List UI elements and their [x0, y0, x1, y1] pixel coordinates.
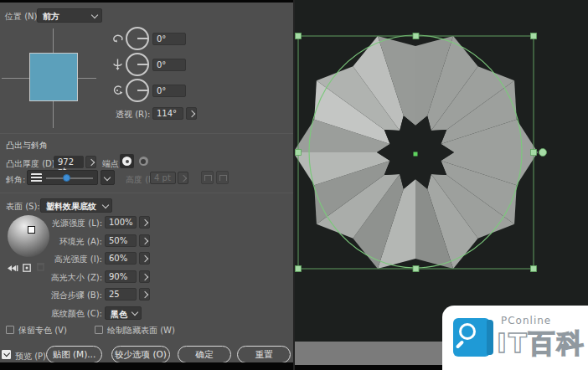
rotate-x-input[interactable]: 0°: [152, 33, 186, 45]
shade-color-label: 底纹颜色 (C):: [25, 308, 102, 320]
magnifier-handle-icon: [456, 340, 465, 349]
position-label: 位置 (N):: [5, 11, 40, 23]
selection-handle[interactable]: [413, 266, 419, 272]
ambient-light-input[interactable]: 50%: [105, 234, 137, 247]
rotate-x-icon: [111, 33, 124, 44]
selection-handle[interactable]: [531, 266, 537, 272]
bevel-extent-out-button: [201, 171, 214, 184]
surface-dropdown[interactable]: 塑料效果底纹: [40, 198, 112, 213]
draw-hidden-label: 绘制隐藏表面 (W): [107, 325, 175, 337]
rotate-z-icon: [111, 85, 124, 96]
surface-value: 塑料效果底纹: [46, 202, 96, 211]
extrude-bevel-dialog: 位置 (N): 前方 0° 0° 0° 透视 (R): 114° 凸出: [0, 0, 295, 370]
position-dropdown[interactable]: 前方: [37, 8, 102, 23]
bevel-dropdown-button[interactable]: [101, 170, 115, 185]
extrude-depth-label: 凸出厚度 (D):: [6, 158, 58, 170]
blend-steps-stepper-icon[interactable]: [139, 288, 150, 301]
watermark-brand-small: PConline: [501, 315, 551, 326]
chevron-down-icon: [102, 202, 109, 208]
selection-handle[interactable]: [296, 150, 302, 156]
fewer-options-button[interactable]: 较少选项 (O): [111, 346, 170, 363]
highlight-intensity-input[interactable]: 60%: [105, 252, 137, 265]
dial-pointer: [137, 64, 147, 65]
selection-handle[interactable]: [296, 266, 302, 272]
dial-pointer: [137, 90, 147, 91]
bevel-profile-icon: [31, 173, 42, 182]
ok-button[interactable]: 确定: [178, 346, 231, 363]
bevel-height-stepper-icon: [178, 172, 188, 184]
highlight-intensity-stepper-icon[interactable]: [139, 252, 150, 265]
rotation-cube-preview[interactable]: [29, 53, 78, 101]
highlight-size-label: 高光大小 (Z):: [25, 272, 102, 284]
chevron-down-icon: [91, 12, 98, 18]
highlight-size-input[interactable]: 90%: [105, 270, 137, 283]
preview-checkbox[interactable]: [2, 350, 11, 359]
blend-steps-label: 混合步骤 (B):: [25, 290, 102, 301]
preview-label: 预览 (P): [15, 351, 46, 362]
section-divider: [0, 193, 295, 193]
magnifier-app-icon: [453, 318, 490, 357]
draw-hidden-checkbox[interactable]: [95, 326, 103, 334]
perspective-input[interactable]: 114°: [152, 107, 183, 120]
bevel-label: 斜角:: [6, 174, 25, 186]
extrude-section-title: 凸出与斜角: [6, 140, 48, 152]
chevron-down-icon: [104, 174, 111, 181]
map-art-button[interactable]: 贴图 (M)...: [46, 346, 102, 363]
ambient-light-stepper-icon[interactable]: [139, 234, 150, 247]
preserve-spot-checkbox[interactable]: [6, 326, 14, 334]
section-divider: [0, 133, 295, 134]
extrude-depth-stepper-icon[interactable]: [85, 156, 96, 168]
magnifier-glass-icon: [459, 323, 476, 340]
cap-solid-button[interactable]: [120, 154, 134, 168]
rotate-x-dial[interactable]: [126, 27, 149, 50]
dialog-top-border: [0, 0, 295, 3]
selection-handle[interactable]: [531, 150, 537, 156]
rotate-z-input[interactable]: 0°: [152, 85, 186, 97]
rotate-y-dial[interactable]: [126, 53, 149, 76]
preserve-spot-label: 保留专色 (V): [18, 325, 67, 337]
position-value: 前方: [43, 12, 59, 21]
bevel-dropdown[interactable]: [27, 170, 98, 185]
rotate-z-dial[interactable]: [126, 79, 149, 102]
reset-button[interactable]: 重置: [237, 346, 291, 363]
perspective-stepper-icon[interactable]: [186, 107, 197, 120]
bevel-extent-in-button: [216, 171, 229, 184]
light-intensity-input[interactable]: 100%: [105, 216, 137, 229]
rotate-y-icon: [111, 59, 124, 70]
selection-handle[interactable]: [413, 33, 419, 39]
perspective-label: 透视 (R):: [116, 109, 150, 121]
light-intensity-label: 光源强度 (L):: [25, 218, 102, 229]
watermark-brand-large: IT百科: [497, 326, 585, 362]
shade-color-dropdown[interactable]: 黑色: [105, 306, 142, 320]
blend-steps-input[interactable]: 25: [105, 288, 137, 301]
light-intensity-stepper-icon[interactable]: [139, 216, 150, 229]
pconline-watermark: PConline IT百科: [442, 306, 588, 370]
ambient-light-label: 环境光 (A):: [25, 236, 102, 248]
shade-color-value: 黑色: [111, 310, 127, 319]
rotate-y-input[interactable]: 0°: [152, 59, 186, 71]
dialog-bottom-border: [0, 362, 295, 370]
bevel-slider-thumb[interactable]: [63, 174, 70, 182]
cap-hollow-button[interactable]: [137, 154, 151, 168]
extrude-depth-input[interactable]: 972 pt: [54, 156, 84, 168]
cap-hollow-icon: [139, 157, 148, 166]
app-window: 位置 (N): 前方 0° 0° 0° 透视 (R): 114° 凸出: [0, 0, 588, 370]
chevron-down-icon: [132, 309, 138, 316]
selection-handle[interactable]: [531, 33, 537, 39]
cap-solid-icon: [122, 157, 132, 166]
dial-pointer: [137, 38, 147, 39]
icon-page-fold: [487, 320, 493, 355]
object-center-point[interactable]: [414, 152, 418, 157]
radius-widget-handle[interactable]: [539, 149, 547, 157]
surface-label: 表面 (S):: [6, 201, 40, 213]
selection-handle[interactable]: [296, 33, 302, 39]
highlight-size-stepper-icon[interactable]: [139, 270, 150, 283]
bevel-height-input: 4 pt: [150, 172, 176, 184]
highlight-intensity-label: 高光强度 (I):: [25, 254, 102, 265]
move-light-icon[interactable]: [8, 260, 18, 275]
caps-label: 端点:: [102, 158, 121, 170]
